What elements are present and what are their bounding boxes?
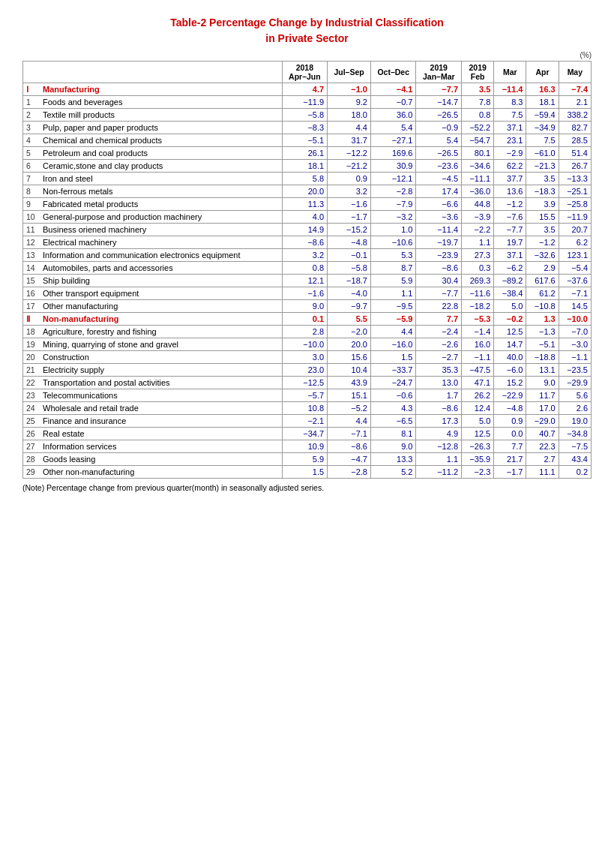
row-value: 40.0 [494, 351, 526, 364]
row-label: 16Other transport equipment [23, 287, 283, 300]
row-value: 5.3 [370, 249, 416, 262]
row-value: 27.3 [462, 249, 494, 262]
row-value: −5.8 [328, 262, 371, 275]
row-value: −7.7 [494, 224, 526, 236]
row-value: −33.7 [370, 364, 416, 377]
row-value: 4.3 [370, 402, 416, 415]
row-value: 13.6 [494, 185, 526, 198]
row-value: 6.2 [559, 236, 591, 249]
row-value: 51.4 [559, 147, 591, 160]
row-value: 31.7 [328, 134, 371, 147]
row-label: 23Telecommunications [23, 389, 283, 402]
row-label: 1Foods and beverages [23, 96, 283, 109]
row-value: 10.4 [328, 364, 371, 377]
row-value: −5.4 [559, 262, 591, 275]
row-value: −7.7 [416, 287, 462, 300]
row-value: 30.9 [370, 160, 416, 173]
row-value: 0.9 [328, 173, 371, 185]
row-value: 26.1 [282, 147, 328, 160]
table-row: 22Transportation and postal activities−1… [23, 377, 592, 389]
row-value: −26.5 [416, 109, 462, 122]
table-row: 1Foods and beverages−11.99.2−0.7−14.77.8… [23, 96, 592, 109]
table-row: 13Information and communication electron… [23, 249, 592, 262]
row-value: 2.6 [559, 402, 591, 415]
row-label: 26Real estate [23, 428, 283, 440]
row-value: −5.1 [526, 338, 559, 351]
row-value: 13.1 [526, 364, 559, 377]
row-value: −10.6 [370, 236, 416, 249]
row-value: 3.5 [462, 83, 494, 96]
row-value: −14.7 [416, 96, 462, 109]
row-label: 17Other manufacturing [23, 300, 283, 313]
row-value: 3.2 [328, 185, 371, 198]
row-label: 25Finance and insurance [23, 415, 283, 428]
row-value: −1.6 [328, 198, 371, 211]
row-value: −0.2 [494, 313, 526, 326]
row-value: −34.9 [526, 122, 559, 134]
row-value: −11.9 [282, 96, 328, 109]
row-label: 11Business oriened machinery [23, 224, 283, 236]
row-value: 16.3 [526, 83, 559, 96]
row-value: −2.8 [370, 185, 416, 198]
row-value: 13.0 [416, 377, 462, 389]
row-value: −18.2 [462, 300, 494, 313]
row-value: 5.5 [328, 313, 371, 326]
header-apr: Apr [526, 62, 559, 83]
row-value: 4.7 [282, 83, 328, 96]
row-value: −5.1 [282, 134, 328, 147]
row-value: −22.9 [494, 389, 526, 402]
row-value: −8.6 [416, 262, 462, 275]
row-value: 5.2 [370, 466, 416, 479]
row-value: −5.9 [370, 313, 416, 326]
row-value: 4.9 [416, 428, 462, 440]
table-row: 9Fabricated metal products11.3−1.6−7.9−6… [23, 198, 592, 211]
row-value: −6.5 [370, 415, 416, 428]
row-value: −23.9 [416, 249, 462, 262]
row-value: −7.5 [559, 440, 591, 453]
row-value: 3.5 [526, 224, 559, 236]
row-label: 4Chemical and chemical products [23, 134, 283, 147]
row-value: 7.7 [416, 313, 462, 326]
row-value: 11.7 [526, 389, 559, 402]
row-value: −21.2 [328, 160, 371, 173]
row-value: −1.1 [462, 351, 494, 364]
row-value: −3.2 [370, 211, 416, 224]
row-value: −26.5 [416, 147, 462, 160]
header-2018-apr-jun: 2018Apr–Jun [282, 62, 328, 83]
row-value: 18.1 [282, 160, 328, 173]
row-label: 27Information services [23, 440, 283, 453]
row-value: −7.9 [370, 198, 416, 211]
row-value: −12.1 [370, 173, 416, 185]
percent-note: (%) [22, 51, 592, 59]
row-value: −2.1 [282, 415, 328, 428]
row-value: 4.0 [282, 211, 328, 224]
row-value: 28.5 [559, 134, 591, 147]
row-label: 5Petroleum and coal products [23, 147, 283, 160]
row-value: −5.8 [282, 109, 328, 122]
row-value: 18.0 [328, 109, 371, 122]
row-value: −11.1 [462, 173, 494, 185]
row-value: −8.6 [328, 440, 371, 453]
table-row: 18Agriculture, forestry and fishing2.8−2… [23, 326, 592, 338]
row-label: 15Ship building [23, 275, 283, 287]
row-value: −0.1 [328, 249, 371, 262]
header-2019-feb: 2019Feb [462, 62, 494, 83]
row-value: −0.9 [416, 122, 462, 134]
row-value: 9.2 [328, 96, 371, 109]
row-value: 1.7 [416, 389, 462, 402]
row-value: 12.5 [462, 428, 494, 440]
row-value: −16.0 [370, 338, 416, 351]
row-value: 12.1 [282, 275, 328, 287]
row-value: −4.1 [370, 83, 416, 96]
row-value: −2.3 [462, 466, 494, 479]
header-jul-sep: Jul–Sep [328, 62, 371, 83]
row-value: 5.4 [416, 134, 462, 147]
row-value: 16.0 [462, 338, 494, 351]
table-row: 26Real estate−34.7−7.18.14.912.50.040.7−… [23, 428, 592, 440]
row-value: 4.4 [328, 122, 371, 134]
row-value: 14.9 [282, 224, 328, 236]
row-value: −34.6 [462, 160, 494, 173]
row-value: −36.0 [462, 185, 494, 198]
row-value: −26.3 [462, 440, 494, 453]
table-row: ⅠManufacturing4.7−1.0−4.1−7.73.5−11.416.… [23, 83, 592, 96]
